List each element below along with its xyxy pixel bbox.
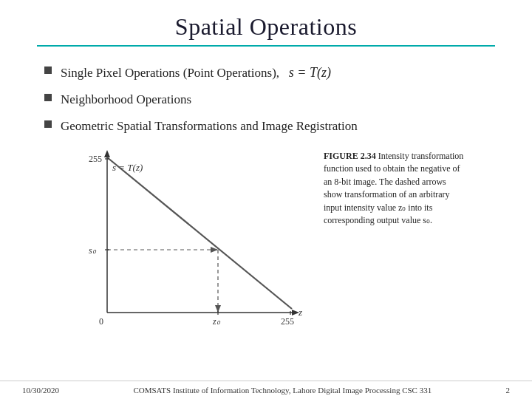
bullet-item-2: Neighborhood Operations	[44, 90, 488, 109]
bullet-item-3: Geometric Spatial Transformations and Im…	[44, 117, 488, 136]
bullet-text-2: Neighborhood Operations	[61, 90, 191, 109]
bullet-icon-1	[44, 66, 52, 74]
figure-area: s = T(z) 255 s₀ 0 z₀ 255	[44, 143, 488, 342]
svg-text:0: 0	[99, 316, 103, 327]
svg-line-4	[107, 157, 292, 309]
title-area: Spatial Operations	[0, 0, 532, 52]
svg-text:z₀: z₀	[212, 316, 221, 327]
title-underline	[37, 45, 495, 47]
svg-text:s = T(z): s = T(z)	[112, 162, 143, 173]
footer-page: 2	[506, 386, 511, 395]
slide-page: Spatial Operations Single Pixel Operatio…	[0, 0, 532, 399]
svg-text:255: 255	[89, 154, 102, 164]
graph-svg: s = T(z) 255 s₀ 0 z₀ 255	[66, 143, 310, 342]
svg-text:s₀: s₀	[89, 245, 97, 256]
content-area: Single Pixel Operations (Point Operation…	[0, 52, 532, 381]
footer-institution: COMSATS Institute of Information Technol…	[59, 386, 505, 395]
caption-body: Intensity transformation function used t…	[324, 151, 463, 225]
bullet-text-3: Geometric Spatial Transformations and Im…	[61, 117, 358, 136]
footer: 10/30/2020 COMSATS Institute of Informat…	[0, 381, 532, 399]
footer-date: 10/30/2020	[22, 386, 59, 395]
bullet-icon-2	[44, 94, 52, 101]
graph-container: s = T(z) 255 s₀ 0 z₀ 255	[66, 143, 310, 342]
bullet-text-1: Single Pixel Operations (Point Operation…	[61, 63, 331, 83]
svg-text:255: 255	[281, 316, 294, 327]
svg-marker-2	[104, 150, 110, 157]
figure-caption: FIGURE 2.34 Intensity transformation fun…	[324, 143, 466, 227]
svg-text:z: z	[298, 307, 302, 318]
caption-title: FIGURE 2.34	[324, 151, 376, 161]
bullet-formula-1: s = T(z)	[289, 65, 331, 80]
slide-title: Spatial Operations	[15, 13, 517, 41]
bullet-item-1: Single Pixel Operations (Point Operation…	[44, 63, 488, 83]
bullet-icon-3	[44, 120, 52, 128]
